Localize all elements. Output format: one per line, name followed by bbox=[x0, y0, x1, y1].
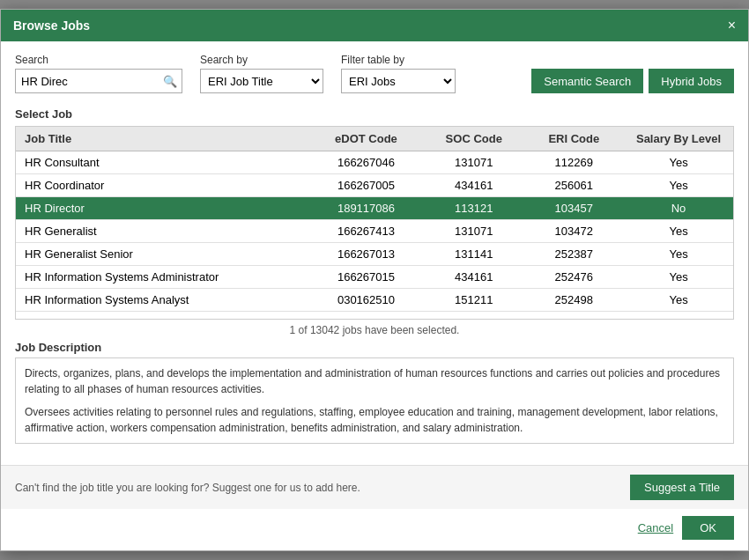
ok-button[interactable]: OK bbox=[682, 516, 734, 540]
cell-edot: 166267046 bbox=[308, 151, 424, 174]
col-header-eri: ERI Code bbox=[524, 127, 625, 151]
cell-salary: Yes bbox=[624, 266, 733, 289]
cell-jobtitle: HR Generalist bbox=[16, 220, 308, 243]
search-icon: 🔍 bbox=[163, 75, 177, 88]
top-buttons: Semantic Search Hybrid Jobs bbox=[531, 69, 734, 93]
col-header-edot: eDOT Code bbox=[308, 127, 424, 151]
filter-select[interactable]: ERI Jobs All Jobs DOT Jobs bbox=[341, 69, 456, 93]
table-row[interactable]: HR Coordinator 166267005 434161 256061 Y… bbox=[16, 174, 733, 197]
top-controls: Search 🔍 Search by ERI Job Title DOT Tit… bbox=[15, 54, 734, 93]
cell-edot: 166267013 bbox=[308, 243, 424, 266]
cell-soc: 434161 bbox=[424, 312, 524, 321]
cell-jobtitle: HR Director bbox=[16, 197, 308, 220]
cell-salary: Yes bbox=[624, 243, 733, 266]
job-description-label: Job Description bbox=[15, 341, 734, 354]
cell-edot: 166267413 bbox=[308, 220, 424, 243]
search-by-select[interactable]: ERI Job Title DOT Title SOC Title bbox=[200, 69, 323, 93]
col-header-jobtitle: Job Title bbox=[16, 127, 308, 151]
cell-eri: 256061 bbox=[524, 174, 625, 197]
col-header-salary: Salary By Level bbox=[624, 127, 733, 151]
search-by-label: Search by bbox=[200, 54, 323, 66]
footer-actions: Cancel OK bbox=[1, 509, 748, 550]
cell-soc: 131071 bbox=[424, 220, 524, 243]
job-desc-para-1: Directs, organizes, plans, and develops … bbox=[25, 365, 724, 397]
cell-eri: 252677 bbox=[524, 312, 625, 321]
cell-salary: Yes bbox=[624, 312, 733, 321]
job-desc-para-2: Oversees activities relating to personne… bbox=[25, 404, 724, 436]
cell-jobtitle: HR Generalist Senior bbox=[16, 243, 308, 266]
table-header-row: Job Title eDOT Code SOC Code ERI Code Sa… bbox=[16, 127, 733, 151]
search-label: Search bbox=[15, 54, 182, 66]
browse-jobs-dialog: Browse Jobs × Search 🔍 Search by ERI Job… bbox=[0, 9, 749, 551]
cell-salary: No bbox=[624, 197, 733, 220]
status-row: 1 of 13042 jobs have been selected. bbox=[15, 320, 734, 341]
cell-eri: 252387 bbox=[524, 243, 625, 266]
col-header-soc: SOC Code bbox=[424, 127, 524, 151]
suggest-text: Can't find the job title you are looking… bbox=[15, 482, 360, 494]
search-input-wrap: 🔍 bbox=[15, 69, 182, 93]
cell-eri: 252498 bbox=[524, 289, 625, 312]
cell-jobtitle: HR Information Systems Analyst bbox=[16, 289, 308, 312]
cell-eri: 252476 bbox=[524, 266, 625, 289]
search-input[interactable] bbox=[15, 69, 182, 93]
dialog-header: Browse Jobs × bbox=[1, 10, 748, 41]
footer-suggest: Can't find the job title you are looking… bbox=[1, 465, 748, 509]
cell-salary: Yes bbox=[624, 289, 733, 312]
cell-edot: 166267015 bbox=[308, 266, 424, 289]
filter-group: Filter table by ERI Jobs All Jobs DOT Jo… bbox=[341, 54, 456, 93]
close-button[interactable]: × bbox=[728, 18, 736, 33]
table-row[interactable]: HR Consultant 166267046 131071 112269 Ye… bbox=[16, 151, 733, 174]
cell-eri: 103472 bbox=[524, 220, 625, 243]
cell-salary: Yes bbox=[624, 220, 733, 243]
select-job-label: Select Job bbox=[15, 107, 734, 121]
cell-edot: 189117086 bbox=[308, 197, 424, 220]
cell-eri: 103457 bbox=[524, 197, 625, 220]
hybrid-jobs-button[interactable]: Hybrid Jobs bbox=[649, 69, 734, 93]
jobs-table-wrap[interactable]: Job Title eDOT Code SOC Code ERI Code Sa… bbox=[15, 126, 734, 320]
table-row[interactable]: HR Generalist Senior 166267013 131141 25… bbox=[16, 243, 733, 266]
semantic-search-button[interactable]: Semantic Search bbox=[531, 69, 643, 93]
cell-soc: 131141 bbox=[424, 243, 524, 266]
filter-label: Filter table by bbox=[341, 54, 456, 66]
table-row[interactable]: HR Information Systems Administrator 166… bbox=[16, 266, 733, 289]
jobs-table: Job Title eDOT Code SOC Code ERI Code Sa… bbox=[16, 127, 733, 320]
table-row[interactable]: HR Generalist 166267413 131071 103472 Ye… bbox=[16, 220, 733, 243]
cell-jobtitle: HR Coordinator bbox=[16, 174, 308, 197]
cell-jobtitle: HR Information Systems Consultant bbox=[16, 312, 308, 321]
table-row[interactable]: HR Director 189117086 113121 103457 No bbox=[16, 197, 733, 220]
suggest-title-button[interactable]: Suggest a Title bbox=[630, 475, 734, 500]
job-description-box: Directs, organizes, plans, and develops … bbox=[15, 357, 734, 444]
cell-soc: 434161 bbox=[424, 174, 524, 197]
jobs-tbody: HR Consultant 166267046 131071 112269 Ye… bbox=[16, 151, 733, 321]
cell-soc: 113121 bbox=[424, 197, 524, 220]
cell-eri: 112269 bbox=[524, 151, 625, 174]
cancel-button[interactable]: Cancel bbox=[638, 516, 673, 540]
dialog-body: Search 🔍 Search by ERI Job Title DOT Tit… bbox=[1, 41, 748, 465]
cell-jobtitle: HR Information Systems Administrator bbox=[16, 266, 308, 289]
cell-edot: 030162072 bbox=[308, 312, 424, 321]
cell-edot: 166267005 bbox=[308, 174, 424, 197]
dialog-title: Browse Jobs bbox=[13, 18, 90, 33]
search-group: Search 🔍 bbox=[15, 54, 182, 93]
table-row[interactable]: HR Information Systems Consultant 030162… bbox=[16, 312, 733, 321]
cell-edot: 030162510 bbox=[308, 289, 424, 312]
table-row[interactable]: HR Information Systems Analyst 030162510… bbox=[16, 289, 733, 312]
cell-salary: Yes bbox=[624, 174, 733, 197]
cell-salary: Yes bbox=[624, 151, 733, 174]
cell-jobtitle: HR Consultant bbox=[16, 151, 308, 174]
search-by-group: Search by ERI Job Title DOT Title SOC Ti… bbox=[200, 54, 323, 93]
cell-soc: 434161 bbox=[424, 266, 524, 289]
cell-soc: 131071 bbox=[424, 151, 524, 174]
cell-soc: 151211 bbox=[424, 289, 524, 312]
